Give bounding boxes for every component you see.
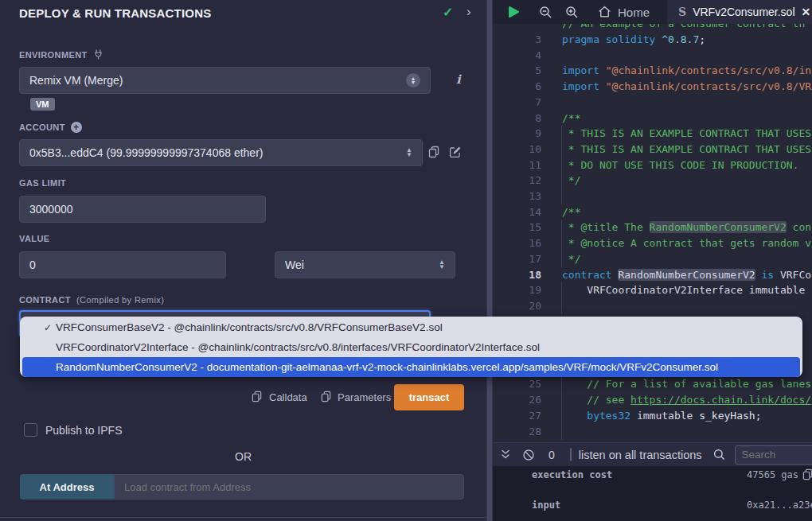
publish-ipfs-checkbox[interactable] [24, 423, 37, 437]
line-code: */ [561, 251, 580, 267]
line-number: 16 [493, 235, 541, 251]
line-number: 19 [493, 282, 541, 298]
gas-limit-value: 3000000 [29, 203, 73, 216]
value-amount: 0 [29, 259, 36, 271]
value-unit-select[interactable]: Wei ▲▼ [275, 251, 455, 278]
line-number: 18 [493, 267, 541, 283]
line-number: 15 [493, 220, 541, 235]
line-code: * @notice A contract that gets random v [561, 235, 811, 251]
contract-option-0[interactable]: ✓VRFConsumerBaseV2 - @chainlink/contract… [20, 317, 802, 337]
at-address-button[interactable]: At Address [20, 474, 114, 500]
line-code: bytes32 immutable s_keyHash; [561, 408, 762, 424]
code-line-17: 17 */ [493, 251, 812, 267]
zoom-in-icon[interactable] [565, 6, 579, 19]
environment-select[interactable]: Remix VM (Merge) ▲▼ [19, 67, 431, 94]
contract-option-label: VRFCoordinatorV2Interface - @chainlink/c… [56, 341, 540, 353]
calldata-label: Calldata [269, 391, 307, 403]
chevron-right-icon[interactable]: › [467, 4, 471, 20]
account-label: ACCOUNT + [19, 122, 82, 133]
code-line-28: 28 [493, 424, 812, 440]
publish-ipfs-label: Publish to IPFS [45, 424, 123, 437]
line-code: */ [561, 173, 580, 189]
line-number: 27 [493, 408, 541, 424]
info-icon[interactable]: i [456, 72, 461, 87]
editor-tabbar: Home S VRFv2Consumer.sol ✕ [493, 0, 812, 24]
home-icon [598, 6, 611, 18]
line-code: * THIS IS AN EXAMPLE CONTRACT THAT USES [561, 126, 811, 142]
line-number: 7 [493, 95, 541, 111]
code-line-11: 11 * DO NOT USE THIS CODE IN PRODUCTION. [493, 157, 812, 173]
value-input[interactable]: 0 [19, 251, 226, 278]
code-line-14: 14/** [493, 204, 812, 220]
gas-limit-input[interactable]: 3000000 [19, 196, 266, 223]
deploy-run-panel: DEPLOY & RUN TRANSACTIONS ✓ › ENVIRONMEN… [0, 0, 486, 521]
line-code: import "@chainlink/contracts/src/v0.8/in [562, 63, 811, 79]
code-line-13: 13 [493, 189, 812, 204]
clear-console-icon[interactable] [522, 449, 535, 461]
plus-circle-icon[interactable]: + [71, 122, 82, 133]
code-line-3: 3pragma solidity ^0.8.7; [493, 32, 812, 48]
listen-all-checkbox[interactable] [570, 448, 572, 461]
line-code: * @title The RandomNumberConsumerV2 con [561, 220, 811, 235]
code-line-2: // An example of a consumer contract th [493, 24, 812, 32]
panel-resize-handle[interactable] [486, 0, 493, 521]
transact-button[interactable]: transact [394, 384, 464, 410]
section-divider [0, 517, 486, 518]
line-code: * THIS IS AN EXAMPLE CONTRACT THAT USES [561, 142, 811, 157]
contract-option-1[interactable]: VRFCoordinatorV2Interface - @chainlink/c… [20, 337, 802, 357]
edit-icon[interactable] [449, 146, 462, 158]
terminal-value: 0xa21...a23e4 [747, 500, 812, 511]
parameters-label: Parameters [338, 391, 391, 403]
or-label: OR [0, 450, 486, 463]
transaction-count: 0 [548, 449, 555, 461]
line-number: 28 [493, 424, 541, 440]
line-number: 4 [493, 48, 541, 64]
account-select[interactable]: 0x5B3...eddC4 (99.99999999997374068 ethe… [19, 139, 423, 166]
parameters-copy-icon[interactable] [321, 391, 332, 403]
line-number [493, 24, 541, 32]
code-area[interactable]: // An example of a consumer contract th3… [493, 24, 812, 442]
terminal-toolbar: 0 listen on all transactions [493, 442, 812, 466]
contract-sublabel: (Compiled by Remix) [76, 295, 164, 305]
line-number: 12 [493, 173, 541, 189]
copy-icon[interactable] [802, 469, 812, 481]
check-icon: ✓ [44, 322, 52, 333]
code-line-5: 5import "@chainlink/contracts/src/v0.8/i… [493, 63, 812, 79]
line-number: 5 [493, 63, 541, 79]
select-caret-icon: ▲▼ [439, 260, 445, 270]
code-line-26: 26 // see https://docs.chain.link/docs/ [493, 392, 812, 408]
run-script-icon[interactable] [507, 6, 520, 18]
tab-vrfv2consumer[interactable]: S VRFv2Consumer.sol ✕ [667, 0, 812, 24]
line-number: 17 [493, 251, 541, 267]
line-code [561, 298, 562, 314]
line-code: /** [562, 111, 580, 126]
terminal-search-input[interactable] [735, 445, 812, 465]
code-line-10: 10 * THIS IS AN EXAMPLE CONTRACT THAT US… [493, 142, 812, 157]
tab-home[interactable]: Home [598, 6, 650, 19]
remix-ide: DEPLOY & RUN TRANSACTIONS ✓ › ENVIRONMEN… [0, 0, 812, 521]
line-number: 6 [493, 79, 541, 95]
home-tab-label: Home [618, 6, 650, 19]
line-number: 8 [493, 111, 541, 126]
at-address-input[interactable] [114, 474, 464, 500]
code-line-16: 16 * @notice A contract that gets random… [493, 235, 812, 251]
line-code: * DO NOT USE THIS CODE IN PRODUCTION. [561, 157, 798, 173]
line-number: 14 [493, 204, 541, 220]
calldata-copy-icon[interactable] [252, 391, 263, 403]
line-number: 26 [493, 392, 541, 408]
terminal-log[interactable]: execution cost47565 gasinput0xa21...a23e… [493, 466, 812, 521]
line-code: import "@chainlink/contracts/src/v0.8/VR [562, 79, 811, 95]
copy-icon[interactable] [428, 146, 440, 159]
terminal-key: input [532, 500, 560, 511]
solidity-file-icon: S [678, 6, 686, 18]
code-line-19: 19 VRFCoordinatorV2Interface immutable [493, 282, 812, 298]
zoom-out-icon[interactable] [539, 6, 552, 19]
contract-dropdown-list: ✓VRFConsumerBaseV2 - @chainlink/contract… [20, 317, 802, 377]
contract-option-label: RandomNumberConsumerV2 - documentation-g… [56, 361, 718, 373]
code-line-27: 27 bytes32 immutable s_keyHash; [493, 408, 812, 424]
expand-terminal-icon[interactable] [500, 449, 511, 461]
account-value: 0x5B3...eddC4 (99.99999999997374068 ethe… [29, 146, 263, 159]
close-icon[interactable]: ✕ [802, 6, 811, 18]
contract-option-2[interactable]: RandomNumberConsumerV2 - documentation-g… [22, 357, 800, 377]
code-line-8: 8/** [493, 111, 812, 126]
